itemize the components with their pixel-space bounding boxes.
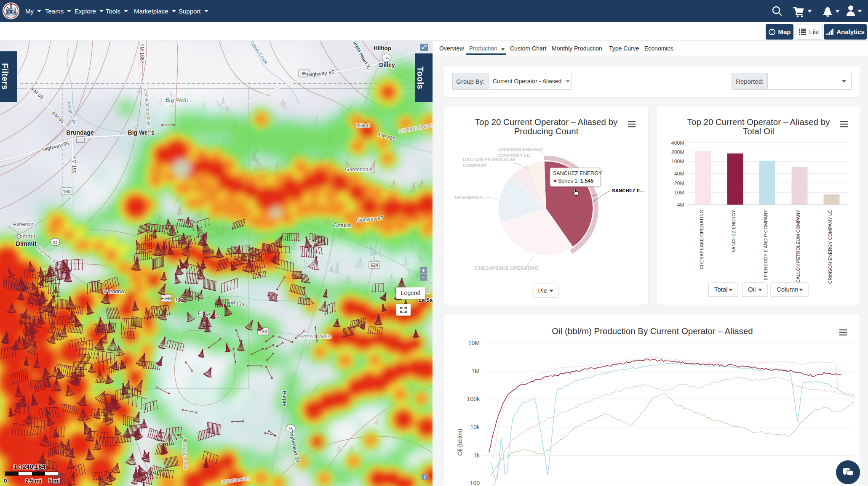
svg-text:624: 624 — [371, 263, 378, 268]
svg-text:Asherton: Asherton — [13, 221, 35, 227]
svg-text:S: S — [426, 289, 430, 295]
svg-text:CRIMSON ENERGY: CRIMSON ENERGY — [498, 147, 543, 152]
svg-text:EP ENERGY E AND P COMPANY: EP ENERGY E AND P COMPANY — [763, 210, 768, 281]
svg-text:Top 20 Current Operator – Alia: Top 20 Current Operator – Aliased by — [687, 117, 830, 127]
svg-text:E FM: E FM — [161, 296, 171, 301]
svg-text:Legend: Legend — [401, 289, 421, 296]
svg-text:20M: 20M — [674, 181, 684, 186]
svg-text:2.5 mi: 2.5 mi — [25, 478, 41, 484]
svg-text:Oil: Oil — [748, 286, 756, 293]
svg-text:200M: 200M — [671, 149, 684, 155]
svg-text:10k: 10k — [470, 424, 480, 430]
svg-text:Purple: Purple — [282, 391, 287, 406]
svg-text:10M: 10M — [468, 340, 480, 346]
svg-text:CALLON PETROLEUM COMPANY: CALLON PETROLEUM COMPANY — [796, 210, 801, 283]
svg-text:Total: Total — [714, 286, 728, 293]
svg-text:40M: 40M — [674, 171, 684, 177]
svg-text:Oil (bbl/m) Production By Curr: Oil (bbl/m) Production By Current Operat… — [552, 326, 753, 336]
svg-text:EP ENERGY...: EP ENERGY... — [454, 195, 486, 200]
svg-text:+: + — [422, 267, 425, 274]
svg-text:Artesia Wells: Artesia Wells — [299, 333, 331, 340]
svg-text:Column: Column — [777, 286, 799, 293]
svg-text:Hilltop: Hilltop — [374, 45, 391, 51]
svg-text:i: i — [424, 475, 425, 480]
svg-text:−: − — [422, 274, 425, 280]
svg-text:SANCHEZ E...: SANCHEZ E... — [612, 188, 644, 193]
svg-text:5 mi: 5 mi — [48, 478, 60, 484]
svg-text:Dimmit: Dimmit — [16, 240, 36, 247]
svg-text:1k: 1k — [473, 452, 480, 459]
svg-text:Millett: Millett — [356, 123, 370, 129]
svg-text:SANCHEZ ENERGY: SANCHEZ ENERGY — [553, 170, 602, 176]
svg-text:400M: 400M — [671, 140, 684, 146]
svg-text:Cotulla: Cotulla — [333, 222, 351, 228]
svg-text:Gardendale: Gardendale — [345, 167, 372, 173]
svg-text:Big Well:: Big Well: — [165, 96, 189, 103]
svg-text:100M: 100M — [671, 159, 684, 165]
svg-text:0: 0 — [4, 478, 7, 484]
svg-text:4M: 4M — [677, 202, 684, 208]
svg-text:190: 190 — [63, 189, 70, 194]
svg-text:83: 83 — [53, 240, 57, 244]
svg-text:CHESAPEAKE OPERATING: CHESAPEAKE OPERATING — [475, 266, 539, 271]
svg-text:85: 85 — [302, 71, 307, 76]
svg-text:CRIMSON ENERGY COMPANY LC: CRIMSON ENERGY COMPANY LC — [828, 210, 833, 284]
svg-text:Brundage: Brundage — [66, 129, 94, 136]
svg-text:1 : 240,164: 1 : 240,164 — [13, 463, 46, 470]
svg-text:100k: 100k — [467, 396, 480, 402]
svg-text:FM 1867: FM 1867 — [139, 43, 145, 64]
svg-text:10M: 10M — [674, 190, 684, 196]
svg-text:100: 100 — [470, 480, 480, 486]
svg-text:Producing Count: Producing Count — [514, 126, 579, 136]
svg-text:Dilley: Dilley — [379, 61, 395, 68]
svg-text:Dimmit: Dimmit — [17, 233, 35, 240]
svg-text:Total Oil: Total Oil — [743, 126, 774, 136]
svg-text:35: 35 — [385, 56, 389, 60]
svg-text:SANCHEZ ENERGY: SANCHEZ ENERGY — [731, 210, 736, 253]
svg-text:COMPANY: COMPANY — [463, 163, 487, 168]
svg-text:CALLON PETROLEUM: CALLON PETROLEUM — [463, 157, 515, 162]
svg-text:Oil (bbl/m): Oil (bbl/m) — [457, 429, 463, 456]
svg-text:CHESAPEAKE OPERATING: CHESAPEAKE OPERATING — [699, 210, 704, 270]
svg-text:FM 190: FM 190 — [71, 157, 77, 174]
svg-text:1M: 1M — [472, 368, 480, 374]
svg-text:Series 1: 1,545: Series 1: 1,545 — [558, 178, 593, 184]
svg-text:Top 20 Current Operator – Alia: Top 20 Current Operator – Aliased by — [475, 117, 618, 127]
